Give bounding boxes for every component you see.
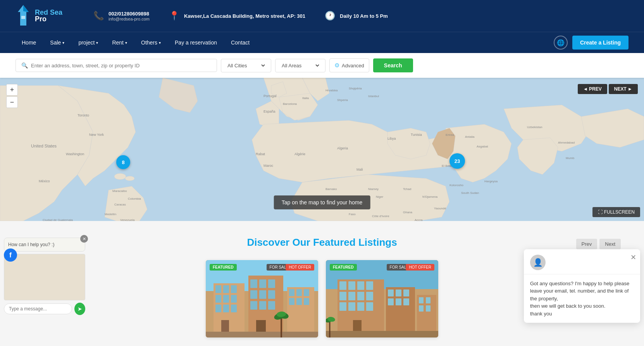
- email-address: info@redsea-pro.com: [108, 17, 150, 21]
- svg-rect-94: [348, 281, 355, 290]
- svg-text:Burkina Faso: Burkina Faso: [337, 199, 356, 202]
- svg-text:Rabat: Rabat: [256, 152, 265, 156]
- svg-rect-63: [215, 305, 221, 312]
- svg-rect-96: [366, 281, 373, 290]
- clock-icon: 🕐: [325, 11, 335, 21]
- svg-text:Toronto: Toronto: [77, 113, 89, 117]
- svg-text:Ertrea: Ertrea: [446, 133, 454, 137]
- svg-rect-72: [259, 290, 266, 299]
- project-arrow: ▾: [96, 41, 98, 45]
- svg-text:Tunisia: Tunisia: [411, 133, 422, 137]
- nav-bar: Home Sale ▾ project ▾ Rent ▾ Others ▾ Pa…: [0, 32, 644, 53]
- address-text: Kawser,La Cascada Building, Metro street…: [184, 13, 305, 19]
- nav-sale[interactable]: Sale ▾: [44, 36, 71, 49]
- support-close-button[interactable]: ✕: [630, 253, 636, 262]
- phone-number: 002/01280609898: [108, 11, 150, 17]
- badge-featured-1: FEATURED: [210, 264, 237, 271]
- badge-featured-2: FEATURED: [330, 264, 357, 271]
- svg-rect-116: [419, 305, 424, 312]
- facebook-button[interactable]: f: [4, 248, 17, 262]
- svg-rect-109: [403, 289, 409, 296]
- svg-rect-115: [426, 297, 430, 303]
- svg-text:Algeria: Algeria: [337, 146, 348, 150]
- svg-text:Ciudad de Guatemala: Ciudad de Guatemala: [43, 218, 73, 221]
- svg-text:Mali: Mali: [356, 168, 363, 171]
- svg-text:Medellín: Medellín: [105, 212, 116, 216]
- svg-text:Côte d'Ivoire: Côte d'Ivoire: [372, 214, 389, 218]
- nav-contact[interactable]: Contact: [225, 36, 256, 49]
- svg-rect-95: [357, 281, 364, 290]
- svg-rect-110: [388, 298, 394, 305]
- svg-text:Uzbekistan: Uzbekistan: [527, 125, 542, 129]
- svg-text:Hargeysa: Hargeysa: [484, 180, 498, 183]
- search-icon: 🔍: [21, 62, 28, 69]
- svg-text:Faso: Faso: [349, 212, 356, 216]
- cities-select-wrap[interactable]: All Cities: [221, 59, 271, 72]
- logo[interactable]: Red Sea Pro: [15, 4, 62, 27]
- svg-text:Ahmedabad: Ahmedabad: [558, 141, 575, 144]
- svg-text:Niamey: Niamey: [368, 187, 379, 191]
- svg-text:Accra: Accra: [415, 218, 423, 221]
- chat-input[interactable]: [4, 303, 72, 314]
- svg-rect-100: [366, 292, 373, 300]
- map-container[interactable]: United States México Toronto New York Wa…: [0, 78, 644, 221]
- create-listing-button[interactable]: Create a Listing: [572, 36, 629, 50]
- contact-items: 📞 002/01280609898 info@redsea-pro.com 📍 …: [93, 11, 629, 21]
- search-button[interactable]: Search: [373, 58, 413, 72]
- rent-arrow: ▾: [125, 41, 127, 45]
- nav-pay-reservation[interactable]: Pay a reservation: [169, 36, 223, 49]
- featured-prev-button[interactable]: Prev: [576, 239, 598, 249]
- svg-text:Tchad: Tchad: [403, 187, 411, 191]
- featured-title: Discover Our Featured Listings: [15, 236, 629, 248]
- chat-send-button[interactable]: ➤: [74, 303, 85, 315]
- logo-text: Red Sea Pro: [35, 9, 62, 23]
- svg-rect-76: [268, 301, 275, 310]
- svg-point-2: [114, 173, 126, 180]
- hours-text: Daily 10 Am to 5 Pm: [340, 13, 388, 19]
- svg-rect-111: [396, 298, 401, 305]
- svg-text:Istanbul: Istanbul: [368, 94, 379, 98]
- cities-select[interactable]: All Cities: [226, 62, 266, 69]
- svg-text:Asgabat: Asgabat: [477, 145, 488, 148]
- phone-contact: 📞 002/01280609898 info@redsea-pro.com: [93, 11, 150, 21]
- advanced-button[interactable]: ⚙ Advanced: [329, 58, 369, 72]
- svg-rect-59: [231, 285, 237, 293]
- card-image-1: FEATURED FOR SALE HOT OFFER: [206, 260, 318, 337]
- language-button[interactable]: 🌐: [554, 36, 568, 50]
- featured-next-button[interactable]: Next: [599, 239, 621, 249]
- nav-project[interactable]: project ▾: [72, 36, 104, 49]
- listing-card: FEATURED FOR SALE HOT OFFER: [206, 260, 318, 337]
- svg-text:Italia: Italia: [302, 96, 309, 100]
- svg-text:Yaoundé: Yaoundé: [434, 207, 446, 210]
- areas-select[interactable]: All Areas: [280, 62, 320, 69]
- areas-select-wrap[interactable]: All Areas: [275, 59, 325, 72]
- svg-rect-71: [250, 290, 257, 299]
- nav-others[interactable]: Others ▾: [135, 36, 167, 49]
- svg-rect-114: [419, 297, 424, 303]
- advanced-label: Advanced: [342, 63, 364, 69]
- nav-rent[interactable]: Rent ▾: [106, 36, 133, 49]
- svg-text:Colombia: Colombia: [128, 197, 141, 200]
- chat-widget: How can I help you? :) ✕ ➤: [4, 238, 85, 315]
- logo-icon: [15, 4, 31, 27]
- svg-rect-61: [223, 295, 229, 303]
- phone-icon: 📞: [93, 11, 104, 21]
- property-image-1: [206, 260, 318, 337]
- others-arrow: ▾: [159, 41, 161, 45]
- svg-rect-64: [223, 305, 229, 312]
- chat-close-button[interactable]: ✕: [80, 235, 88, 243]
- svg-text:Ghana: Ghana: [403, 211, 413, 214]
- nav-home[interactable]: Home: [15, 36, 42, 49]
- search-input[interactable]: [31, 63, 211, 69]
- address-contact: 📍 Kawser,La Cascada Building, Metro stre…: [169, 11, 305, 21]
- svg-rect-97: [339, 292, 346, 300]
- location-icon: 📍: [169, 11, 179, 21]
- svg-text:Mumb: Mumb: [566, 156, 575, 160]
- svg-rect-81: [304, 289, 309, 296]
- svg-text:Shperia: Shperia: [337, 98, 348, 102]
- gear-icon: ⚙: [334, 62, 339, 69]
- svg-text:N'Djamena: N'Djamena: [422, 195, 438, 199]
- svg-rect-75: [259, 301, 266, 310]
- svg-rect-101: [339, 302, 346, 311]
- card-image-2: FEATURED FOR SALE HOT OFFER: [326, 260, 438, 337]
